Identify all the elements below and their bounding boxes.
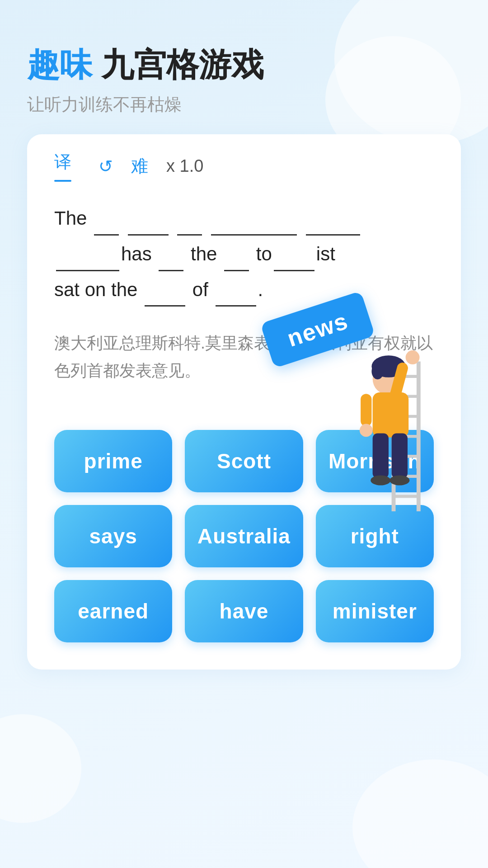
blank-7	[159, 236, 183, 271]
svg-point-20	[389, 475, 409, 485]
tab-translate[interactable]: 译	[54, 151, 71, 182]
sentence-text: The has the to ist sat on the of .	[54, 200, 434, 307]
title-blue-part: 趣味	[27, 47, 92, 83]
blank-2	[128, 200, 169, 236]
page-title: 趣味 九宫格游戏	[27, 45, 461, 84]
blank-3	[177, 200, 202, 236]
tab-bar: 译 ↺ 难 x 1.0	[27, 134, 461, 182]
sentence-area: The has the to ist sat on the of .	[27, 182, 461, 316]
refresh-icon[interactable]: ↺	[99, 156, 113, 176]
page-subtitle: 让听力训练不再枯燥	[27, 93, 461, 116]
header: 趣味 九宫格游戏 让听力训练不再枯燥	[27, 45, 461, 116]
svg-rect-15	[361, 394, 371, 426]
tab-speed[interactable]: x 1.0	[166, 156, 203, 176]
svg-point-16	[360, 424, 373, 437]
title-dark-part: 九宫格游戏	[92, 47, 264, 83]
word-btn-right[interactable]: right	[316, 505, 434, 567]
blank-1	[94, 200, 119, 236]
svg-rect-18	[392, 433, 408, 478]
word-btn-prime[interactable]: prime	[54, 430, 172, 492]
svg-rect-17	[373, 433, 389, 478]
word-btn-earned[interactable]: earned	[54, 580, 172, 642]
blank-6	[56, 236, 119, 271]
blank-8	[224, 236, 249, 271]
word-btn-says[interactable]: says	[54, 505, 172, 567]
blank-11	[216, 271, 256, 307]
tab-difficulty[interactable]: 难	[131, 155, 148, 178]
word-btn-australia[interactable]: Australia	[185, 505, 303, 567]
svg-point-14	[406, 350, 420, 364]
svg-point-11	[371, 363, 384, 379]
blank-10	[145, 271, 185, 307]
word-btn-scott[interactable]: Scott	[185, 430, 303, 492]
word-btn-have[interactable]: have	[185, 580, 303, 642]
blank-5	[306, 200, 360, 236]
bg-decoration-4	[352, 760, 488, 868]
blank-9	[274, 236, 314, 271]
word-btn-minister[interactable]: minister	[316, 580, 434, 642]
blank-4	[211, 200, 297, 236]
news-tag-container: news	[265, 306, 371, 353]
main-card: 译 ↺ 难 x 1.0 The has the to i	[27, 134, 461, 669]
bg-decoration-3	[0, 714, 81, 823]
svg-point-19	[371, 475, 390, 485]
